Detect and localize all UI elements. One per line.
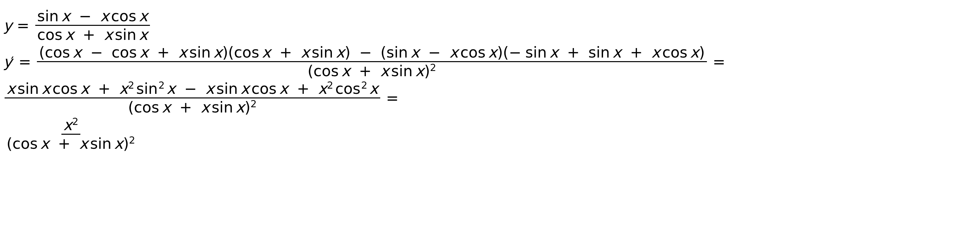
lhs-y: y = xyxy=(3,18,34,33)
fraction-3: xsinxcosx + x2sin2x − xsinxcosx + x2cos2… xyxy=(5,80,380,115)
numerator-1: sinx − xcosx xyxy=(35,8,150,26)
equals-sign: = xyxy=(17,18,29,33)
equation-line-4: x2 (cosx + xsinx)2 xyxy=(3,117,977,152)
numerator-2: (cosx − cosx + xsinx)(cosx + xsinx) − (s… xyxy=(37,44,707,62)
equals-sign: = xyxy=(19,54,31,69)
numerator-3: xsinxcosx + x2sin2x − xsinxcosx + x2cos2… xyxy=(5,80,380,98)
equation-line-3: xsinxcosx + x2sin2x − xsinxcosx + x2cos2… xyxy=(3,80,977,115)
trailing-equals-2: = xyxy=(713,54,725,69)
denominator-3: (cosx + xsinx)2 xyxy=(126,98,259,115)
fraction-2: (cosx − cosx + xsinx)(cosx + xsinx) − (s… xyxy=(37,44,707,79)
denominator-2: (cosx + xsinx)2 xyxy=(306,62,438,79)
denominator-4: (cosx + xsinx)2 xyxy=(5,135,137,152)
fraction-1: sinx − xcosx cosx + xsinx xyxy=(35,8,150,43)
lhs-yprime: y′ = xyxy=(3,54,36,69)
trailing-equals-3: = xyxy=(386,91,399,106)
fraction-4: x2 (cosx + xsinx)2 xyxy=(5,117,137,152)
equation-line-1: y = sinx − xcosx cosx + xsinx xyxy=(3,8,977,43)
equation-line-2: y′ = (cosx − cosx + xsinx)(cosx + xsinx)… xyxy=(3,44,977,79)
math-derivation: y = sinx − xcosx cosx + xsinx y′ = (cosx… xyxy=(3,8,977,152)
numerator-4: x2 xyxy=(61,117,80,135)
denominator-1: cosx + xsinx xyxy=(35,26,150,43)
var-y: y xyxy=(3,18,12,33)
